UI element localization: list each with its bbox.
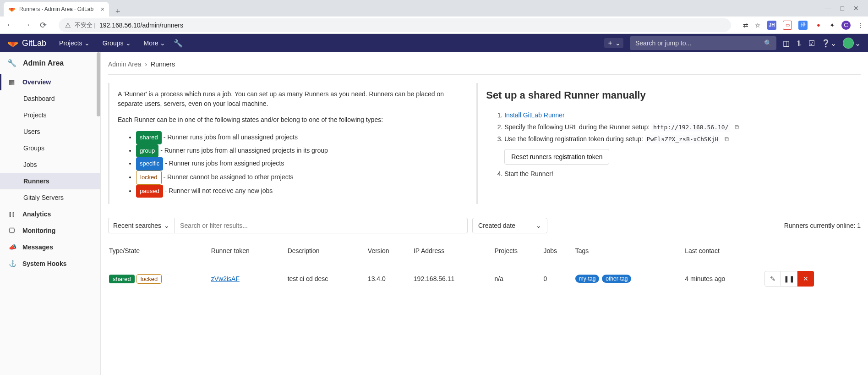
sidebar-item-gitaly[interactable]: Gitaly Servers: [0, 189, 100, 206]
ext-puzzle-icon[interactable]: ✦: [830, 22, 835, 29]
gitlab-brand-text: GitLab: [22, 39, 46, 48]
help-icon[interactable]: ❔⌄: [821, 39, 836, 48]
maximize-icon[interactable]: □: [841, 5, 844, 12]
sidebar-item-analytics[interactable]: ⫿⫿ Analytics: [0, 206, 100, 222]
badge-shared: shared: [136, 131, 162, 144]
new-dropdown[interactable]: ＋ ⌄: [604, 38, 623, 48]
ext-translate-icon[interactable]: 译: [798, 21, 808, 30]
runner-token-link[interactable]: zVw2isAF: [211, 275, 240, 282]
list-item: shared - Runner runs jobs from all unass…: [136, 131, 453, 144]
browser-toolbar: ← → ⟳ ⚠ 不安全 | 192.168.56.10/admin/runner…: [0, 17, 868, 34]
insecure-icon: ⚠: [65, 22, 71, 29]
delete-runner-button[interactable]: ✕: [797, 271, 814, 287]
profile-avatar-icon[interactable]: C: [841, 21, 851, 30]
sidebar-item-projects[interactable]: Projects: [0, 107, 100, 123]
global-search-input[interactable]: [630, 36, 776, 50]
runner-filter-input[interactable]: [175, 218, 468, 233]
minimize-icon[interactable]: —: [825, 5, 831, 12]
chevron-down-icon[interactable]: ⌄: [855, 39, 861, 48]
plus-icon: ＋: [607, 39, 613, 47]
search-icon[interactable]: 🔍: [764, 39, 772, 47]
list-item: group - Runner runs jobs from all unassi…: [136, 144, 453, 158]
sidebar-item-overview[interactable]: ▦ Overview: [0, 74, 100, 90]
badge-locked: locked: [136, 274, 162, 284]
copy-url-button[interactable]: ⧉: [735, 123, 739, 131]
chevron-right-icon: ›: [145, 61, 147, 68]
url-text: 192.168.56.10/admin/runners: [99, 22, 183, 29]
sidebar-header-label: Admin Area: [23, 59, 64, 67]
sidebar-item-hooks[interactable]: ⚓ System Hooks: [0, 255, 100, 272]
chevron-down-icon: ⌄: [84, 39, 90, 47]
chevron-down-icon: ⌄: [164, 222, 169, 229]
ext-record-icon[interactable]: ●: [814, 21, 823, 30]
sidebar-item-groups[interactable]: Groups: [0, 140, 100, 156]
runners-table: Type/State Runner token Description Vers…: [108, 242, 861, 292]
reset-token-button[interactable]: Reset runners registration token: [504, 149, 609, 165]
col-version: Version: [368, 243, 413, 265]
nav-groups[interactable]: Groups⌄: [98, 39, 136, 47]
col-last: Last contact: [685, 243, 764, 265]
runner-desc: test ci cd desc: [288, 266, 367, 291]
breadcrumb-root[interactable]: Admin Area: [108, 61, 141, 68]
reload-button[interactable]: ⟳: [38, 20, 49, 30]
ext-jh-icon[interactable]: JH: [767, 21, 776, 30]
copy-token-button[interactable]: ⧉: [725, 135, 729, 143]
sidebar-item-runners[interactable]: Runners: [0, 173, 100, 189]
badge-shared: shared: [109, 275, 135, 283]
main-content: Admin Area › Runners A 'Runner' is a pro…: [101, 52, 868, 375]
sidebar-scrollbar[interactable]: [97, 52, 100, 116]
browser-tab[interactable]: Runners · Admin Area · GitLab ×: [4, 2, 109, 17]
issues-icon[interactable]: ◫: [783, 39, 790, 48]
sidebar-item-users[interactable]: Users: [0, 123, 100, 140]
recent-searches-dropdown[interactable]: Recent searches ⌄: [108, 218, 175, 233]
sidebar-item-messages[interactable]: 📣 Messages: [0, 239, 100, 255]
address-bar[interactable]: ⚠ 不安全 | 192.168.56.10/admin/runners: [59, 18, 731, 32]
close-tab-icon[interactable]: ×: [101, 6, 104, 13]
close-window-icon[interactable]: ✕: [853, 5, 859, 12]
nav-more[interactable]: More⌄: [139, 39, 170, 47]
chevron-down-icon: ⌄: [615, 39, 621, 47]
runner-info-box: A 'Runner' is a process which runs a job…: [108, 83, 462, 204]
pencil-icon: ✎: [770, 275, 775, 282]
sort-dropdown[interactable]: Created date ⌄: [472, 218, 547, 233]
translate-ext-icon[interactable]: ⇄: [743, 22, 748, 29]
breadcrumb-current: Runners: [151, 61, 175, 68]
star-icon[interactable]: ☆: [755, 22, 761, 29]
sidebar-item-jobs[interactable]: Jobs: [0, 156, 100, 173]
browser-menu-icon[interactable]: ⋮: [857, 22, 863, 29]
user-avatar[interactable]: [843, 38, 854, 49]
merge-requests-icon[interactable]: ⥮: [796, 39, 802, 48]
setup-step: Start the Runner!: [504, 168, 852, 180]
info-paragraph: A 'Runner' is a process which runs a job…: [118, 89, 453, 109]
sidebar-item-monitoring[interactable]: 🖵 Monitoring: [0, 222, 100, 239]
browser-tab-title: Runners · Admin Area · GitLab: [19, 6, 97, 12]
col-desc: Description: [288, 243, 367, 265]
sidebar-item-dashboard[interactable]: Dashboard: [0, 90, 100, 107]
gitlab-logo-icon: [7, 38, 18, 49]
wrench-icon[interactable]: 🔧: [174, 39, 183, 48]
edit-runner-button[interactable]: ✎: [764, 271, 781, 287]
back-button[interactable]: ←: [5, 20, 16, 30]
new-tab-button[interactable]: +: [109, 7, 127, 17]
install-runner-link[interactable]: Install GitLab Runner: [504, 111, 565, 119]
gitlab-favicon-icon: [8, 6, 16, 13]
ext-mcafee-icon[interactable]: ▭: [783, 21, 792, 30]
setup-heading: Set up a shared Runner manually: [486, 89, 852, 101]
todos-icon[interactable]: ☑: [808, 39, 815, 48]
col-projects: Projects: [495, 243, 543, 265]
insecure-label: 不安全 |: [75, 21, 96, 29]
forward-button[interactable]: →: [21, 20, 32, 30]
setup-step: Specify the following URL during the Run…: [504, 121, 852, 133]
close-icon: ✕: [803, 275, 808, 282]
extension-icons: ⇄ ☆ JH ▭ 译 ● ✦ C ⋮: [743, 21, 863, 30]
col-type: Type/State: [109, 243, 210, 265]
wrench-icon: 🔧: [7, 59, 16, 67]
pause-runner-button[interactable]: ❚❚: [781, 271, 797, 287]
list-item: locked - Runner cannot be assigned to ot…: [136, 171, 453, 185]
analytics-icon: ⫿⫿: [9, 210, 16, 218]
nav-projects[interactable]: Projects⌄: [55, 39, 94, 47]
gitlab-top-nav: GitLab Projects⌄ Groups⌄ More⌄ 🔧 ＋ ⌄ 🔍 ◫…: [0, 34, 868, 52]
gitlab-logo[interactable]: GitLab: [7, 38, 46, 49]
badge-locked: locked: [136, 171, 162, 185]
badge-specific: specific: [136, 157, 163, 171]
